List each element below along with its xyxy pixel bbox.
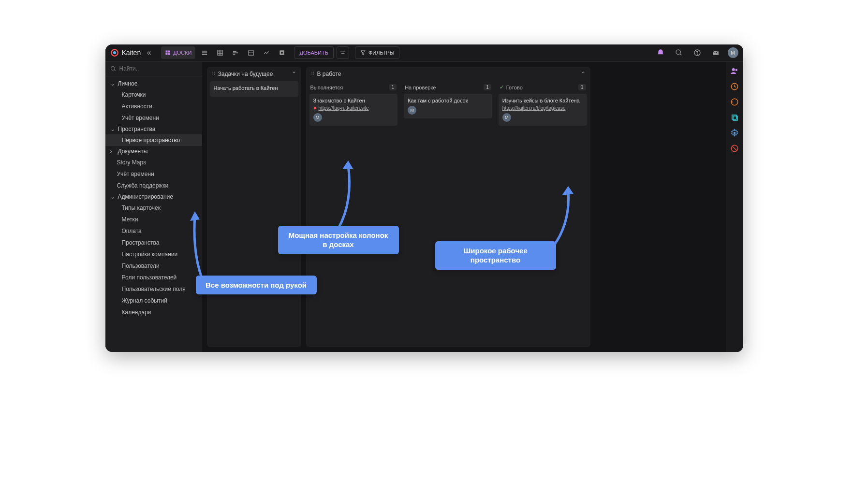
svg-point-36 [733, 131, 736, 134]
nav-group-spaces[interactable]: Пространства [105, 124, 202, 134]
board-inprogress: ⠿ В работе ⌃ Выполняется1 Знакомство с К… [306, 67, 590, 347]
card[interactable]: Изучить кейсы в блоге Кайтена https://ka… [499, 94, 587, 126]
svg-marker-23 [361, 51, 365, 55]
check-icon: ✓ [500, 84, 504, 90]
notifications-icon[interactable] [654, 46, 667, 59]
svg-point-1 [113, 51, 116, 54]
block-icon[interactable] [730, 144, 739, 153]
nav-item-roles[interactable]: Роли пользователей [105, 272, 202, 283]
card-avatar: M [502, 113, 511, 122]
column-header[interactable]: ✓Готово1 [499, 81, 587, 94]
members-icon[interactable] [730, 67, 739, 75]
nav-group-admin[interactable]: Администрирование [105, 191, 202, 202]
column-header[interactable]: Выполняется1 [309, 81, 398, 94]
layers-icon[interactable] [730, 113, 739, 122]
svg-point-27 [697, 55, 697, 55]
card[interactable]: Как там с работой досок M [404, 94, 492, 118]
board-future: ⠿ Задачки на будущее ⌃ Начать работать в… [207, 67, 301, 347]
card-link[interactable]: ◆https://faq-ru.kaiten.site [313, 105, 394, 111]
nav-item-storymaps[interactable]: Story Maps [105, 157, 202, 168]
nav-item-calendars[interactable]: Календари [105, 306, 202, 318]
svg-rect-20 [281, 52, 283, 54]
svg-rect-21 [340, 52, 346, 52]
svg-rect-14 [233, 51, 236, 52]
nav-item-first-space[interactable]: Первое пространство [105, 134, 202, 146]
svg-rect-9 [218, 50, 223, 56]
clock-icon[interactable] [730, 82, 739, 91]
search-icon[interactable] [673, 46, 685, 59]
svg-rect-3 [168, 51, 170, 53]
card[interactable]: Знакомство с Кайтен ◆https://faq-ru.kait… [309, 94, 398, 126]
nav-item-company[interactable]: Настройки компании [105, 248, 202, 260]
svg-point-31 [732, 68, 735, 71]
view-grid-button[interactable] [214, 46, 226, 59]
card-avatar: M [408, 106, 416, 115]
board-header[interactable]: ⠿ В работе ⌃ [306, 67, 590, 81]
filters-button[interactable]: ФИЛЬТРЫ [355, 46, 399, 59]
search-input[interactable] [119, 65, 197, 72]
sidebar-search[interactable] [105, 62, 202, 76]
svg-rect-8 [202, 54, 207, 55]
collapse-board-icon[interactable]: ⌃ [292, 71, 296, 77]
more-options-button[interactable] [337, 46, 349, 59]
svg-line-25 [680, 54, 681, 55]
nav-item-payment[interactable]: Оплата [105, 225, 202, 237]
help-icon[interactable] [691, 46, 704, 59]
nav-group-documents[interactable]: Документы [105, 146, 202, 157]
nav-item-custom-fields[interactable]: Пользовательские поля [105, 283, 202, 295]
column-done: ✓Готово1 Изучить кейсы в блоге Кайтена h… [496, 81, 590, 342]
view-list-button[interactable] [198, 46, 211, 59]
main-content: ⠿ Задачки на будущее ⌃ Начать работать в… [202, 62, 726, 352]
nav-item-timetracking[interactable]: Учёт времени [105, 168, 202, 180]
sidebar-nav: Личное Карточки Активности Учёт времени … [105, 76, 202, 352]
nav-item-eventlog[interactable]: Журнал событий [105, 295, 202, 306]
collapse-sidebar-button[interactable]: « [144, 47, 154, 58]
grip-icon: ⠿ [311, 71, 314, 76]
nav-item-time[interactable]: Учёт времени [105, 112, 202, 124]
callout-right: Широкое рабочее пространство [435, 241, 556, 270]
nav-item-cardtypes[interactable]: Типы карточек [105, 202, 202, 214]
settings-icon[interactable] [730, 129, 739, 137]
nav-item-labels[interactable]: Метки [105, 214, 202, 225]
nav-item-cards[interactable]: Карточки [105, 89, 202, 101]
svg-rect-7 [202, 52, 207, 53]
card-avatar: M [313, 113, 322, 122]
card[interactable]: Начать работать в Кайтен [210, 81, 298, 97]
grip-icon: ⠿ [212, 71, 215, 76]
svg-rect-22 [341, 53, 344, 54]
svg-line-30 [114, 70, 116, 71]
column-review: На проверке1 Как там с работой досок M [401, 81, 495, 342]
topbar: Kaiten « ДОСКИ ДОБАВИТЬ ФИЛЬТРЫ M [105, 44, 743, 62]
history-icon[interactable] [730, 98, 739, 106]
view-boards-button[interactable]: ДОСКИ [161, 46, 195, 59]
column-doing: Выполняется1 Знакомство с Кайтен ◆https:… [307, 81, 401, 342]
card-link[interactable]: https://kaiten.ru/blog/tag/case [502, 105, 583, 111]
column-header[interactable]: На проверке1 [404, 81, 492, 94]
nav-group-personal[interactable]: Личное [105, 78, 202, 89]
add-button[interactable]: ДОБАВИТЬ [294, 46, 334, 59]
diamond-icon: ◆ [313, 105, 317, 110]
user-avatar[interactable]: M [728, 47, 738, 58]
collapse-board-icon[interactable]: ⌃ [581, 71, 586, 77]
svg-rect-4 [166, 53, 168, 55]
app-title: Kaiten [122, 49, 141, 57]
svg-rect-16 [233, 54, 235, 55]
view-chart-button[interactable] [260, 46, 273, 59]
nav-item-users[interactable]: Пользователи [105, 260, 202, 272]
nav-item-activities[interactable]: Активности [105, 101, 202, 112]
nav-item-support[interactable]: Служба поддержки [105, 180, 202, 191]
app-window: Kaiten « ДОСКИ ДОБАВИТЬ ФИЛЬТРЫ M Личное [105, 44, 743, 352]
callout-left: Все возможности под рукой [196, 276, 317, 295]
mail-icon[interactable] [709, 46, 722, 59]
svg-point-32 [735, 69, 737, 71]
board-header[interactable]: ⠿ Задачки на будущее ⌃ [207, 67, 301, 81]
view-calendar-button[interactable] [245, 46, 257, 59]
view-archive-button[interactable] [276, 46, 288, 59]
svg-rect-5 [168, 53, 170, 55]
nav-item-spaces[interactable]: Пространства [105, 237, 202, 248]
svg-line-38 [732, 146, 736, 150]
view-timeline-button[interactable] [229, 46, 242, 59]
svg-point-29 [111, 66, 115, 70]
svg-rect-6 [202, 51, 207, 52]
sidebar: Личное Карточки Активности Учёт времени … [105, 62, 202, 352]
